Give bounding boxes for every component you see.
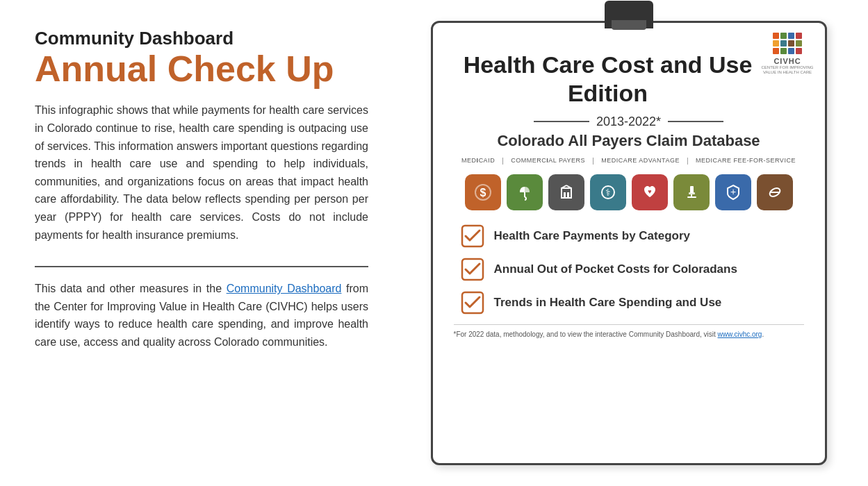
icon-umbrella [507,174,543,210]
svg-rect-3 [562,188,571,198]
icon-building [548,174,584,210]
year-line-left [534,121,589,122]
year-line-right [668,121,723,122]
check-item-2: Annual Out of Pocket Costs for Coloradan… [461,258,797,281]
title-small: Community Dashboard [35,28,368,49]
clipboard-footer: *For 2022 data, methodology, and to view… [454,324,804,338]
icons-row: $ ⚕ ♥ + [454,174,804,210]
clipboard-clip [605,1,653,28]
footer-text: *For 2022 data, methodology, and to view… [454,330,718,338]
divider [35,266,368,267]
svg-text:⚕: ⚕ [605,187,611,198]
year-row: 2013-2022* [454,115,804,129]
clipboard: CIVHC CENTER FOR IMPROVINGVALUE IN HEALT… [431,21,827,465]
second-para-before: This data and other measures in the [35,283,227,294]
check-item-1: Health Care Payments by Category [461,224,797,248]
left-panel: Community Dashboard Annual Check Up This… [0,0,403,486]
db-title: Colorado All Payers Claim Database [454,132,804,150]
svg-text:$: $ [480,187,486,199]
civhc-logo: CIVHC CENTER FOR IMPROVINGVALUE IN HEALT… [761,33,813,75]
icon-dollar: $ [465,174,501,210]
check-item-3: Trends in Health Care Spending and Use [461,291,797,315]
svg-rect-12 [689,192,695,194]
icon-pill [757,174,793,210]
svg-rect-13 [687,196,696,198]
payer-medicaid: MEDICAID [458,157,498,164]
payer-medicare-fee: MEDICARE FEE-FOR-SERVICE [692,157,799,164]
title-large: Annual Check Up [35,49,368,89]
payer-commercial: COMMERCIAL PAYERS [507,157,589,164]
civhc-subtext: CENTER FOR IMPROVINGVALUE IN HEALTH CARE [761,65,813,75]
svg-rect-11 [690,186,694,193]
community-dashboard-link[interactable]: Community Dashboard [227,283,342,294]
civhc-color-grid [773,33,802,54]
footer-period: . [762,330,764,338]
check-icon-3 [461,291,484,315]
footer-link[interactable]: www.civhc.org [718,330,762,338]
svg-rect-4 [564,192,566,198]
check-label-2: Annual Out of Pocket Costs for Coloradan… [494,262,737,276]
checklist: Health Care Payments by Category Annual … [461,224,797,315]
right-panel: CIVHC CENTER FOR IMPROVINGVALUE IN HEALT… [403,0,868,486]
check-icon-2 [461,258,484,281]
svg-text:+: + [730,186,735,197]
icon-medical-cross: ⚕ [590,174,626,210]
payer-medicare-adv: MEDICARE ADVANTAGE [598,157,683,164]
svg-rect-5 [567,192,569,198]
svg-text:♥: ♥ [648,188,651,195]
check-icon-1 [461,224,484,248]
check-label-3: Trends in Health Care Spending and Use [494,296,722,310]
civhc-text: CIVHC [773,57,801,65]
icon-microscope [673,174,710,210]
description-text: This infographic shows that while paymen… [35,101,368,244]
second-paragraph: This data and other measures in the Comm… [35,280,368,351]
clipboard-title: Health Care Cost and Use Edition [454,51,804,108]
year-text: 2013-2022* [596,115,661,129]
icon-heart: ♥ [632,174,668,210]
check-label-1: Health Care Payments by Category [494,229,691,243]
icon-shield-plus: + [715,174,751,210]
payers-row: MEDICAID | COMMERCIAL PAYERS | MEDICARE … [454,157,804,165]
